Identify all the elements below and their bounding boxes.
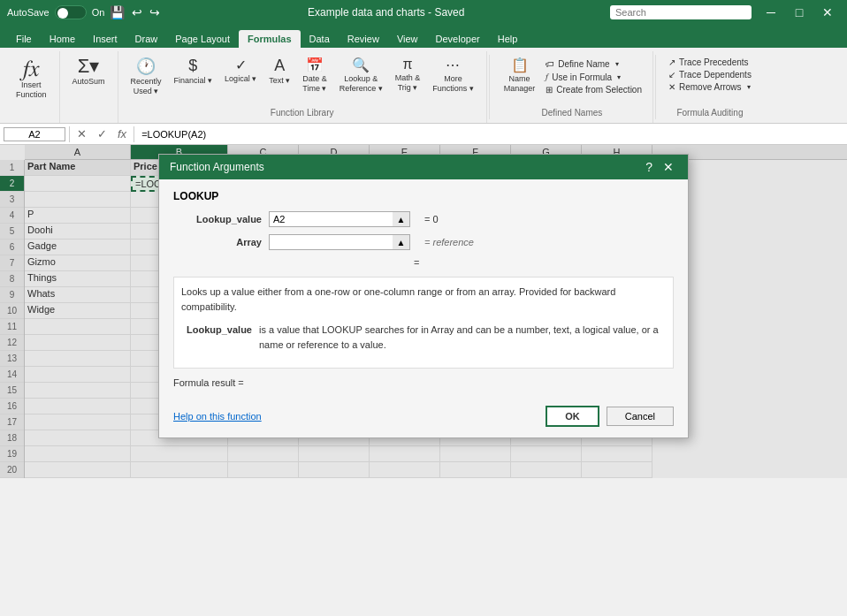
name-manager-label: NameManager — [504, 74, 536, 94]
define-name-label: Define Name — [558, 59, 609, 69]
financial-button[interactable]: $ Financial ▾ — [169, 55, 218, 87]
logical-icon: ✓ — [235, 57, 247, 73]
quick-access-toolbar: AutoSave On 💾 ↩ ↪ — [7, 5, 162, 19]
autosave-toggle[interactable] — [55, 5, 87, 19]
logical-button[interactable]: ✓ Logical ▾ — [219, 55, 262, 86]
arg1-expand-button[interactable]: ▲ — [393, 211, 410, 227]
remove-arrows-button[interactable]: ✕ Remove Arrows ▾ — [665, 81, 755, 93]
arg1-label: Lookup_value — [173, 214, 262, 224]
date-time-button[interactable]: 📅 Date &Time ▾ — [297, 55, 332, 95]
dialog-help-icon[interactable]: ? — [642, 160, 656, 174]
dialog-overlay: Function Arguments ? ✕ LOOKUP Lookup_val… — [0, 145, 847, 478]
cell-reference-box[interactable] — [4, 127, 65, 141]
trace-dependents-label: Trace Dependents — [679, 70, 752, 80]
remove-arrows-icon: ✕ — [668, 82, 675, 92]
function-arguments-dialog: Function Arguments ? ✕ LOOKUP Lookup_val… — [158, 154, 689, 438]
confirm-formula-button[interactable]: ✓ — [94, 127, 111, 141]
trace-precedents-icon: ↗ — [668, 57, 675, 67]
window-title: Example data and charts - Saved — [162, 6, 610, 19]
arg-detail: Lookup_value is a value that LOOKUP sear… — [181, 319, 666, 355]
trace-dependents-button[interactable]: ↙ Trace Dependents — [665, 69, 755, 80]
close-button[interactable]: ✕ — [815, 4, 840, 21]
recently-used-button[interactable]: 🕐 RecentlyUsed ▾ — [126, 55, 167, 98]
dialog-titlebar: Function Arguments ? ✕ — [159, 155, 688, 179]
tab-insert[interactable]: Insert — [84, 30, 126, 48]
tab-review[interactable]: Review — [339, 30, 388, 48]
name-manager-button[interactable]: 📋 NameManager — [499, 55, 541, 95]
tab-home[interactable]: Home — [41, 30, 84, 48]
formula-input[interactable] — [138, 128, 843, 141]
arg1-result: = 0 — [424, 214, 439, 224]
trace-precedents-label: Trace Precedents — [679, 57, 749, 67]
ribbon-group-formula-auditing: ↗ Trace Precedents ↙ Trace Dependents ✕ … — [658, 51, 762, 123]
math-trig-button[interactable]: π Math &Trig ▾ — [390, 55, 426, 95]
help-on-function-link[interactable]: Help on this function — [173, 411, 538, 422]
remove-arrows-label: Remove Arrows — [679, 82, 742, 92]
dialog-buttons: Help on this function OK Cancel — [159, 399, 688, 437]
ribbon-group-autosum: Σ▾ AutoSum — [60, 51, 118, 123]
use-in-formula-button[interactable]: 𝑓 Use in Formula ▾ — [542, 71, 645, 83]
text-button[interactable]: A Text ▾ — [263, 55, 295, 87]
formula-auditing-group-label: Formula Auditing — [665, 108, 755, 119]
sigma-icon: Σ▾ — [78, 57, 100, 76]
date-icon: 📅 — [306, 57, 324, 73]
autosum-label: AutoSum — [72, 77, 105, 87]
search-input[interactable] — [610, 5, 752, 19]
define-name-button[interactable]: 🏷 Define Name ▾ — [542, 58, 645, 70]
dialog-content: LOOKUP Lookup_value ▲ = 0 Array ▲ — [159, 179, 688, 399]
use-formula-icon: 𝑓 — [546, 72, 548, 82]
insert-function-button[interactable]: 𝑓𝑥 Insert Function — [11, 55, 52, 102]
formula-bar: ✕ ✓ fx — [0, 124, 847, 145]
cancel-button[interactable]: Cancel — [607, 407, 674, 426]
restore-button[interactable]: □ — [787, 4, 812, 21]
arg2-row: Array ▲ = reference — [173, 234, 674, 250]
tab-help[interactable]: Help — [489, 30, 527, 48]
ribbon-group-defined-names: 📋 NameManager 🏷 Define Name ▾ 𝑓 Use in F… — [492, 51, 653, 123]
description-text: Looks up a value either from a one-row o… — [181, 286, 615, 312]
redo-icon[interactable]: ↪ — [148, 5, 162, 19]
arg1-input-wrap: ▲ — [269, 211, 410, 227]
more-fn-icon: ⋯ — [446, 57, 460, 73]
tab-developer[interactable]: Developer — [427, 30, 489, 48]
lookup-value-input[interactable] — [269, 211, 410, 227]
tab-data[interactable]: Data — [301, 30, 339, 48]
ribbon-group-insert-function: 𝑓𝑥 Insert Function — [4, 51, 60, 123]
lookup-ref-button[interactable]: 🔍 Lookup &Reference ▾ — [334, 55, 388, 95]
define-name-icon: 🏷 — [546, 59, 554, 69]
fx-icon: 𝑓𝑥 — [23, 57, 40, 80]
financial-label: Financial ▾ — [174, 76, 213, 86]
tab-draw[interactable]: Draw — [126, 30, 167, 48]
dialog-description: Looks up a value either from a one-row o… — [173, 277, 674, 369]
text-icon: A — [274, 57, 285, 75]
trace-precedents-button[interactable]: ↗ Trace Precedents — [665, 57, 755, 68]
combined-result: = — [414, 257, 419, 268]
ok-button[interactable]: OK — [546, 406, 599, 427]
recently-used-icon: 🕐 — [136, 57, 156, 76]
trace-dependents-icon: ↙ — [668, 70, 675, 80]
logical-label: Logical ▾ — [225, 74, 256, 84]
name-manager-icon: 📋 — [511, 57, 529, 73]
arg2-expand-button[interactable]: ▲ — [393, 234, 410, 250]
formula-result-row: Formula result = — [173, 377, 674, 388]
undo-icon[interactable]: ↩ — [130, 5, 144, 19]
insert-function-formula-button[interactable]: fx — [114, 127, 130, 141]
dialog-close-icon[interactable]: ✕ — [660, 160, 677, 174]
tab-page-layout[interactable]: Page Layout — [166, 30, 239, 48]
tab-formulas[interactable]: Formulas — [239, 30, 301, 48]
lookup-icon: 🔍 — [352, 57, 370, 73]
insert-function-label: Insert Function — [16, 80, 47, 100]
financial-icon: $ — [188, 57, 197, 75]
save-icon[interactable]: 💾 — [108, 5, 126, 19]
autosum-group-label — [67, 118, 111, 119]
minimize-button[interactable]: ─ — [759, 4, 783, 21]
create-from-selection-button[interactable]: ⊞ Create from Selection — [542, 84, 645, 95]
array-input[interactable] — [269, 234, 410, 250]
create-selection-icon: ⊞ — [546, 85, 553, 95]
combined-result-row: = — [173, 257, 674, 268]
more-functions-button[interactable]: ⋯ MoreFunctions ▾ — [427, 55, 479, 95]
tab-file[interactable]: File — [7, 30, 41, 48]
autosum-button[interactable]: Σ▾ AutoSum — [67, 55, 111, 88]
tab-view[interactable]: View — [388, 30, 427, 48]
cancel-formula-button[interactable]: ✕ — [73, 127, 90, 141]
formula-divider2 — [134, 126, 134, 142]
